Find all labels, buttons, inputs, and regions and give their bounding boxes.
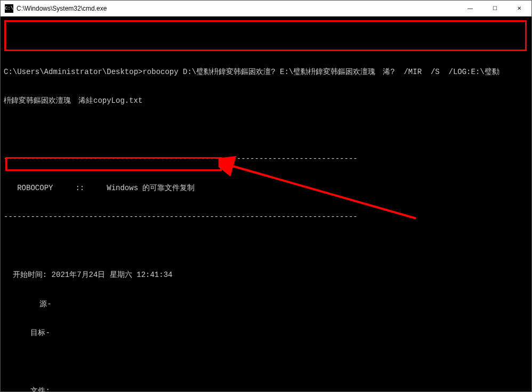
- robocopy-header: ROBOCOPY :: Windows 的可靠文件复制: [4, 183, 528, 193]
- minimize-button[interactable]: —: [458, 1, 482, 16]
- cmd-window: C:\ C:\Windows\System32\cmd.exe — ☐ ✕ C:…: [0, 0, 532, 392]
- start-time: 开始时间: 2021年7月24日 星期六 12:41:34: [4, 270, 528, 280]
- divider-1: ----------------------------------------…: [4, 154, 528, 164]
- command-line-2: 枡鍏変韩鏂囦欢澶瑰 浠絓copyLog.txt: [4, 96, 528, 105]
- command-line-1: C:\Users\Administrator\Desktop>robocopy …: [4, 67, 528, 77]
- close-button[interactable]: ✕: [507, 1, 531, 16]
- cmd-icon: C:\: [5, 4, 13, 13]
- titlebar[interactable]: C:\ C:\Windows\System32\cmd.exe — ☐ ✕: [1, 1, 531, 17]
- source-label: 源-: [4, 299, 528, 309]
- target-label: 目标-: [4, 328, 528, 338]
- console-output[interactable]: C:\Users\Administrator\Desktop>robocopy …: [1, 17, 531, 391]
- files-label: 文件:: [4, 386, 528, 392]
- divider-2: ----------------------------------------…: [4, 212, 528, 222]
- window-title: C:\Windows\System32\cmd.exe: [17, 5, 458, 12]
- window-controls: — ☐ ✕: [458, 1, 531, 16]
- maximize-button[interactable]: ☐: [482, 1, 507, 16]
